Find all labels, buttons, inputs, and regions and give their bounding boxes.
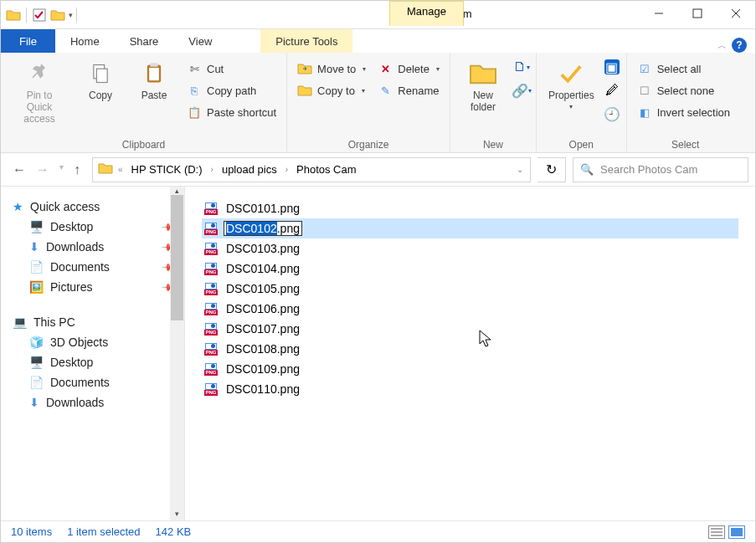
scroll-down-button[interactable]: ▾ <box>170 506 184 520</box>
open-app-icon[interactable]: ▣ <box>604 59 620 74</box>
checkbox-icon[interactable] <box>30 6 49 24</box>
tree-item[interactable]: 🖼️Pictures📌 <box>1 277 184 297</box>
folder-copy-icon <box>297 83 312 98</box>
cursor-icon <box>478 329 495 353</box>
file-list[interactable]: PNGDSC0101.pngPNGDSC0102.pngPNGDSC0103.p… <box>185 187 755 520</box>
copy-icon <box>86 59 115 88</box>
chevron-right-icon[interactable]: « <box>116 165 125 174</box>
tree-item-label: Documents <box>50 376 110 389</box>
tab-share[interactable]: Share <box>115 29 174 53</box>
invert-selection-button[interactable]: ◧Invert selection <box>634 103 733 121</box>
item-icon: 🧊 <box>29 336 44 349</box>
chevron-right-icon[interactable]: › <box>209 165 215 174</box>
tab-picture-tools[interactable]: Picture Tools <box>260 29 352 53</box>
tab-file[interactable]: File <box>1 29 55 53</box>
tab-home[interactable]: Home <box>55 29 115 53</box>
svg-rect-13 <box>731 528 743 536</box>
tree-item[interactable]: 📄Documents <box>1 372 184 392</box>
tab-view[interactable]: View <box>173 29 227 53</box>
tree-item-this-pc[interactable]: 💻 This PC <box>1 312 184 332</box>
scrollbar-thumb[interactable] <box>171 195 183 320</box>
edit-icon[interactable]: 🖉 <box>604 83 620 98</box>
selected-count: 1 item selected <box>67 525 140 538</box>
pin-to-quick-access-button[interactable]: Pin to Quick access <box>8 56 71 128</box>
rename-input[interactable]: DSC0102.png <box>224 221 302 236</box>
file-row[interactable]: PNGDSC0104.png <box>202 259 738 279</box>
move-to-button[interactable]: Move to▾ <box>294 59 369 78</box>
png-file-icon: PNG <box>203 321 219 336</box>
address-bar-row: ← → ▾ ↑ « HP STICK (D:) › upload pics › … <box>1 153 755 187</box>
tree-item-quick-access[interactable]: ★ Quick access <box>1 197 184 217</box>
file-row[interactable]: PNGDSC0109.png <box>202 359 738 379</box>
nav-up-button[interactable]: ↑ <box>74 162 80 177</box>
collapse-ribbon-icon[interactable]: ︿ <box>717 39 727 52</box>
png-file-icon: PNG <box>203 361 219 377</box>
folder-qat-icon[interactable] <box>49 6 67 24</box>
chevron-right-icon[interactable]: › <box>284 165 290 174</box>
copy-button[interactable]: Copy <box>76 56 125 105</box>
file-row[interactable]: PNGDSC0101.png <box>202 198 738 218</box>
tree-item[interactable]: ⬇Downloads📌 <box>1 237 184 257</box>
search-input[interactable]: 🔍 Search Photos Cam <box>573 157 748 182</box>
item-icon: 🖼️ <box>29 280 44 294</box>
group-label-new: New <box>457 137 529 151</box>
history-icon[interactable]: 🕘 <box>604 106 620 121</box>
tree-item[interactable]: ⬇Downloads <box>1 392 184 412</box>
tree-item[interactable]: 🖥️Desktop <box>1 352 184 372</box>
paste-shortcut-button[interactable]: 📋Paste shortcut <box>183 103 280 121</box>
file-row[interactable]: PNGDSC0105.png <box>202 279 738 299</box>
nav-forward-button[interactable]: → <box>36 162 49 177</box>
qat-dropdown-icon[interactable]: ▾ <box>69 11 73 19</box>
file-row[interactable]: PNGDSC0103.png <box>202 238 738 259</box>
item-icon: ⬇ <box>29 240 39 254</box>
new-folder-button[interactable]: New folder <box>457 56 509 116</box>
file-name: DSC0107.png <box>224 321 302 336</box>
tree-item[interactable]: 🧊3D Objects <box>1 332 184 352</box>
nav-history-dropdown[interactable]: ▾ <box>59 162 64 177</box>
folder-move-icon <box>297 61 312 76</box>
scroll-up-button[interactable]: ▴ <box>170 187 184 195</box>
breadcrumb-item[interactable]: upload pics <box>219 161 280 177</box>
select-all-icon: ☑ <box>637 61 652 76</box>
properties-button[interactable]: Properties ▾ <box>543 56 599 114</box>
select-none-button[interactable]: ☐Select none <box>634 81 733 100</box>
file-row[interactable]: PNGDSC0102.png <box>202 218 738 238</box>
file-name: DSC0105.png <box>224 281 302 296</box>
breadcrumb-item[interactable]: Photos Cam <box>293 161 360 177</box>
minimize-button[interactable] <box>640 1 678 26</box>
help-icon[interactable]: ? <box>732 38 747 53</box>
folder-icon <box>4 6 23 24</box>
tree-item[interactable]: 🖥️Desktop📌 <box>1 217 184 237</box>
breadcrumb[interactable]: « HP STICK (D:) › upload pics › Photos C… <box>92 157 531 182</box>
rename-button[interactable]: ✎Rename <box>374 81 443 100</box>
breadcrumb-item[interactable]: HP STICK (D:) <box>128 161 206 177</box>
search-placeholder: Search Photos Cam <box>600 163 697 176</box>
close-button[interactable] <box>717 1 755 26</box>
file-row[interactable]: PNGDSC0108.png <box>202 339 738 359</box>
png-file-icon: PNG <box>203 301 219 316</box>
file-row[interactable]: PNGDSC0110.png <box>202 379 738 399</box>
item-count: 10 items <box>11 525 52 538</box>
easy-access-icon[interactable]: 🔗▾ <box>514 83 529 98</box>
maximize-button[interactable] <box>678 1 717 26</box>
new-item-icon[interactable]: 🗋▾ <box>514 59 529 74</box>
cut-button[interactable]: ✄Cut <box>183 59 280 78</box>
contextual-tab-manage[interactable]: Manage <box>389 1 464 26</box>
copy-to-button[interactable]: Copy to▾ <box>294 81 369 100</box>
nav-back-button[interactable]: ← <box>13 162 26 177</box>
file-row[interactable]: PNGDSC0106.png <box>202 299 738 319</box>
copy-path-button[interactable]: ⎘Copy path <box>183 81 280 100</box>
png-file-icon: PNG <box>203 341 219 356</box>
refresh-button[interactable]: ↻ <box>537 157 566 182</box>
view-details-button[interactable] <box>708 525 725 539</box>
file-name: DSC0101.png <box>224 201 302 216</box>
select-none-icon: ☐ <box>637 83 652 98</box>
select-all-button[interactable]: ☑Select all <box>634 59 733 78</box>
file-row[interactable]: PNGDSC0107.png <box>202 319 738 339</box>
paste-button[interactable]: Paste <box>130 56 178 105</box>
view-large-icons-button[interactable] <box>728 525 745 539</box>
tree-item[interactable]: 📄Documents📌 <box>1 257 184 277</box>
svg-rect-2 <box>693 9 702 18</box>
chevron-down-icon[interactable]: ⌄ <box>515 165 525 174</box>
delete-button[interactable]: ✕Delete▾ <box>374 59 443 78</box>
